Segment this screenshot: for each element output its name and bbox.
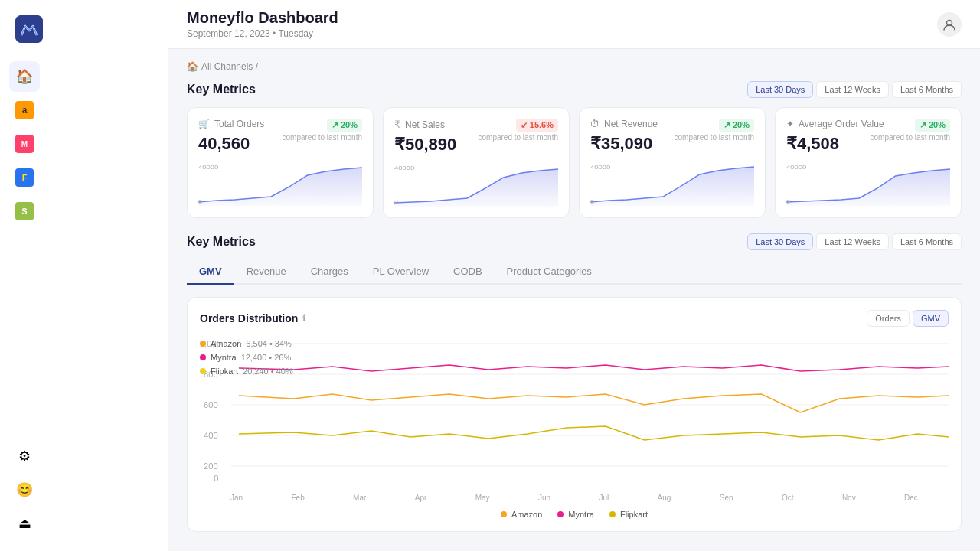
- x-label-dec: Dec: [904, 494, 918, 502]
- bottom-legend-flipkart: Flipkart: [609, 510, 648, 519]
- bottom-legend-amazon-label: Amazon: [511, 510, 542, 519]
- clock-icon: ⏱: [590, 119, 599, 129]
- card-net-sales-value: ₹50,890: [394, 135, 456, 155]
- card-net-revenue-value: ₹35,090: [590, 134, 652, 154]
- logout-icon: ⏏: [18, 515, 31, 532]
- chart-toggles: Orders GMV: [867, 310, 949, 327]
- time-btn-12weeks-2[interactable]: Last 12 Weeks: [816, 233, 889, 250]
- legend-flipkart-value: 20,240 • 40%: [243, 367, 293, 376]
- time-btn-30days-1[interactable]: Last 30 Days: [747, 81, 813, 98]
- card-net-revenue: ⏱ Net Revenue ₹35,090 ↗ 20% compared to …: [579, 107, 766, 218]
- legend-myntra-dot: [200, 354, 206, 360]
- svg-text:200: 200: [204, 461, 218, 471]
- card-net-revenue-label: Net Revenue: [604, 119, 658, 129]
- key-metrics-1-title: Key Metrics: [187, 83, 256, 96]
- card-total-orders-sparkline: 40000 0: [198, 160, 362, 206]
- x-label-jan: Jan: [230, 494, 243, 502]
- myntra-icon: M: [15, 135, 34, 153]
- bottom-legend-myntra-dot: [557, 511, 564, 517]
- home-icon: 🏠: [16, 68, 33, 85]
- tab-gmv[interactable]: GMV: [187, 259, 234, 285]
- time-btn-30days-2[interactable]: Last 30 Days: [747, 233, 813, 250]
- key-metrics-2-title: Key Metrics: [187, 235, 256, 249]
- sidebar-item-feedback[interactable]: 😊: [9, 474, 40, 505]
- svg-text:600: 600: [204, 400, 218, 409]
- chart-title-text: Orders Distribution: [200, 312, 298, 324]
- page-date: September 12, 2023 • Tuesday: [187, 28, 338, 39]
- legend-flipkart: Flipkart 20,240 • 40%: [200, 367, 293, 376]
- svg-text:0: 0: [214, 474, 218, 483]
- card-total-orders-value: 40,560: [198, 134, 250, 154]
- legend-myntra-label: Myntra: [211, 353, 237, 362]
- cart-icon: 🛒: [198, 119, 210, 129]
- metrics-tabs: GMV Revenue Charges PL Overview CODB Pro…: [187, 259, 962, 285]
- sidebar: 🏠 a M F S ⚙ 😊 ⏏: [0, 0, 168, 551]
- x-label-jun: Jun: [538, 494, 550, 502]
- settings-icon: ⚙: [18, 448, 31, 465]
- feedback-icon: 😊: [16, 481, 33, 498]
- time-btn-6months-2[interactable]: Last 6 Months: [892, 233, 962, 250]
- flipkart-icon: F: [15, 168, 34, 187]
- star-icon: ✦: [786, 119, 794, 129]
- time-btn-12weeks-1[interactable]: Last 12 Weeks: [816, 81, 889, 98]
- bottom-legend-myntra: Myntra: [557, 510, 594, 519]
- header-text: Moneyflo Dashboard September 12, 2023 • …: [187, 9, 338, 39]
- legend-amazon-label: Amazon: [211, 339, 241, 348]
- chart-wrapper: Amazon 6,504 • 34% Myntra 12,400 • 26% F…: [200, 336, 949, 519]
- tab-codb[interactable]: CODB: [441, 259, 495, 285]
- tab-charges[interactable]: Charges: [299, 259, 361, 285]
- x-label-jul: Jul: [599, 494, 609, 502]
- card-avg-order-sparkline: 40000 0: [786, 160, 950, 206]
- home-breadcrumb-icon: 🏠: [187, 61, 198, 72]
- sidebar-item-shopify[interactable]: S: [9, 196, 40, 227]
- svg-text:0: 0: [786, 198, 790, 205]
- logo: [0, 0, 168, 55]
- chart-side-legend: Amazon 6,504 • 34% Myntra 12,400 • 26% F…: [200, 336, 293, 376]
- chart-x-labels: Jan Feb Mar Apr May Jun Jul Aug Sep Oct …: [200, 494, 949, 502]
- sidebar-item-myntra[interactable]: M: [9, 129, 40, 159]
- card-net-sales-badge: ↙ 15.6%: [516, 119, 558, 132]
- breadcrumb: 🏠 All Channels /: [187, 61, 962, 72]
- chart-header: Orders Distribution ℹ Orders GMV: [200, 310, 949, 327]
- legend-amazon-value: 6,504 • 34%: [246, 339, 292, 348]
- card-net-sales-compare: compared to last month: [479, 133, 559, 142]
- sidebar-item-flipkart[interactable]: F: [9, 162, 40, 193]
- page-title: Moneyflo Dashboard: [187, 9, 338, 27]
- shopify-icon: S: [15, 202, 34, 220]
- user-avatar[interactable]: [937, 12, 962, 37]
- amazon-icon: a: [15, 101, 34, 119]
- sidebar-item-logout[interactable]: ⏏: [9, 508, 40, 539]
- svg-text:40000: 40000: [590, 164, 611, 171]
- toggle-orders[interactable]: Orders: [867, 310, 910, 327]
- tab-revenue[interactable]: Revenue: [234, 259, 299, 285]
- card-net-revenue-compare: compared to last month: [675, 133, 755, 142]
- time-btn-6months-1[interactable]: Last 6 Months: [892, 81, 962, 98]
- svg-text:400: 400: [204, 431, 218, 440]
- time-filter-group-2: Last 30 Days Last 12 Weeks Last 6 Months: [747, 233, 962, 250]
- orders-distribution-card: Orders Distribution ℹ Orders GMV Amazon: [187, 297, 962, 532]
- toggle-gmv[interactable]: GMV: [913, 310, 949, 327]
- card-avg-order-badge: ↗ 20%: [915, 119, 950, 132]
- bottom-legend-amazon-dot: [501, 511, 507, 517]
- card-total-orders: 🛒 Total Orders 40,560 ↗ 20% compared to …: [187, 107, 374, 218]
- legend-amazon-dot: [200, 341, 206, 347]
- card-avg-order-value: ₹4,508: [786, 134, 839, 154]
- sidebar-item-home[interactable]: 🏠: [9, 61, 40, 92]
- sidebar-item-settings[interactable]: ⚙: [9, 441, 40, 471]
- legend-flipkart-dot: [200, 368, 206, 374]
- header: Moneyflo Dashboard September 12, 2023 • …: [168, 0, 980, 49]
- svg-rect-0: [15, 15, 43, 43]
- x-label-aug: Aug: [658, 494, 671, 502]
- x-label-feb: Feb: [292, 494, 305, 502]
- svg-text:0: 0: [198, 198, 202, 205]
- card-total-orders-label: Total Orders: [214, 119, 264, 129]
- svg-text:40000: 40000: [198, 164, 219, 171]
- tab-pl-overview[interactable]: PL Overview: [361, 259, 441, 285]
- sidebar-item-amazon[interactable]: a: [9, 95, 40, 126]
- tab-product-categories[interactable]: Product Categories: [495, 259, 604, 285]
- card-avg-order-value: ✦ Average Order Value ₹4,508 ↗ 20% compa…: [775, 107, 962, 218]
- card-net-sales: ₹ Net Sales ₹50,890 ↙ 15.6% compared to …: [383, 107, 570, 218]
- sidebar-bottom: ⚙ 😊 ⏏: [0, 435, 168, 551]
- logo-icon: [15, 15, 43, 43]
- legend-amazon: Amazon 6,504 • 34%: [200, 339, 293, 348]
